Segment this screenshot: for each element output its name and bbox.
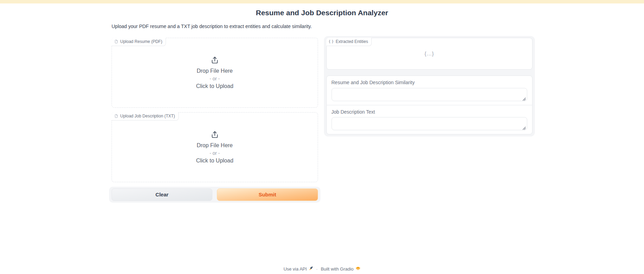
drop-file-text: Drop File Here (197, 142, 233, 149)
page-title: Resume and Job Description Analyzer (109, 8, 535, 17)
resume-upload-instructions: Drop File Here - or - Click to Upload (196, 56, 233, 89)
file-icon (114, 39, 118, 44)
extracted-entities-json-block: { } Extracted Entities {...} (326, 38, 533, 70)
or-text: - or - (210, 76, 220, 81)
top-status-banner (0, 0, 644, 3)
upload-icon (210, 130, 219, 139)
json-empty-value: {...} (424, 51, 434, 56)
main-row: Upload Resume (PDF) Drop File Here - or … (109, 36, 535, 203)
drop-file-text: Drop File Here (197, 68, 233, 74)
resume-upload-dropzone[interactable]: Upload Resume (PDF) Drop File Here - or … (112, 38, 318, 108)
click-to-upload-text: Click to Upload (196, 158, 233, 164)
submit-button[interactable]: Submit (217, 188, 318, 201)
similarity-field-group: Resume and Job Description Similarity (327, 76, 532, 105)
output-form: Resume and Job Description Similarity Jo… (326, 76, 533, 135)
resize-handle-icon[interactable] (522, 125, 526, 129)
gradio-logo-icon (355, 266, 361, 272)
click-to-upload-text: Click to Upload (196, 83, 233, 89)
output-column: { } Extracted Entities {...} Resume and … (324, 36, 535, 137)
footer: Use via API · Built with Gradio (0, 266, 644, 272)
extracted-entities-label-text: Extracted Entities (336, 39, 368, 44)
upload-icon (210, 56, 219, 65)
job-description-upload-label-text: Upload Job Description (TXT) (120, 114, 175, 118)
output-panel: { } Extracted Entities {...} Resume and … (324, 36, 535, 137)
action-button-row: Clear Submit (109, 187, 320, 203)
rocket-icon (309, 266, 313, 272)
similarity-field[interactable] (332, 88, 528, 101)
or-text: - or - (210, 150, 220, 156)
job-text-field-label: Job Description Text (332, 109, 528, 115)
page-subtitle: Upload your PDF resume and a TXT job des… (109, 23, 535, 30)
extracted-entities-label: { } Extracted Entities (326, 38, 372, 46)
job-description-upload-label: Upload Job Description (TXT) (112, 112, 179, 121)
clear-button[interactable]: Clear (112, 188, 212, 201)
curly-braces-icon: { } (329, 39, 334, 43)
similarity-field-label: Resume and Job Description Similarity (332, 80, 528, 86)
job-description-upload-dropzone[interactable]: Upload Job Description (TXT) Drop File H… (112, 112, 318, 182)
job-description-upload-instructions: Drop File Here - or - Click to Upload (196, 130, 233, 164)
file-icon (114, 114, 118, 118)
use-via-api-text: Use via API (283, 266, 307, 272)
use-via-api-link[interactable]: Use via API (283, 266, 313, 272)
job-description-text-field[interactable] (332, 117, 528, 130)
footer-separator: · (316, 266, 318, 272)
built-with-gradio-text: Built with Gradio (321, 266, 354, 272)
app-container: Resume and Job Description Analyzer Uplo… (109, 8, 535, 203)
input-column: Upload Resume (PDF) Drop File Here - or … (109, 36, 320, 203)
resume-upload-label-text: Upload Resume (PDF) (120, 39, 162, 44)
resize-handle-icon[interactable] (522, 96, 526, 99)
resume-upload-label: Upload Resume (PDF) (112, 38, 166, 46)
built-with-gradio-link[interactable]: Built with Gradio (321, 266, 361, 272)
job-text-field-group: Job Description Text (327, 105, 532, 134)
